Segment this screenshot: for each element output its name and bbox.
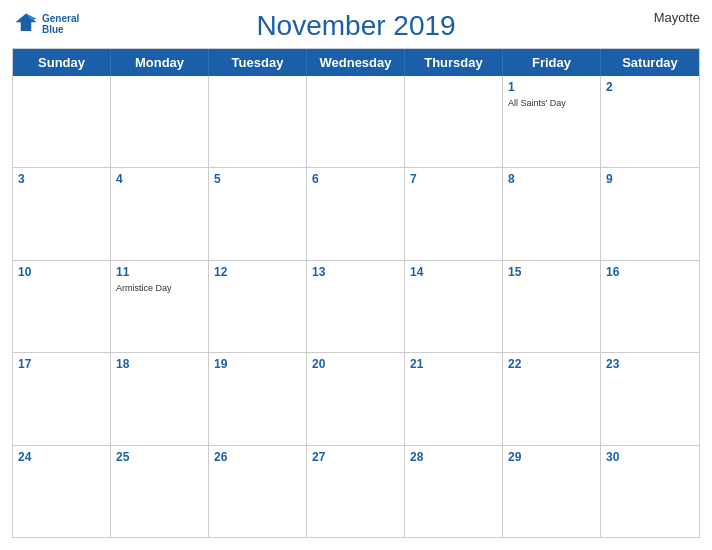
logo-icon [12,10,40,38]
day-number: 19 [214,356,301,373]
day-cell: 28 [405,446,503,537]
day-number: 29 [508,449,595,466]
day-number: 15 [508,264,595,281]
week-row-0: 1All Saints' Day2 [13,76,699,167]
day-cell: 26 [209,446,307,537]
day-number: 21 [410,356,497,373]
day-cell: 19 [209,353,307,444]
day-cell: 21 [405,353,503,444]
day-number: 17 [18,356,105,373]
day-cell: 24 [13,446,111,537]
header-monday: Monday [111,49,209,76]
day-number: 16 [606,264,694,281]
day-cell: 12 [209,261,307,352]
day-number: 8 [508,171,595,188]
day-cell: 23 [601,353,699,444]
day-number: 2 [606,79,694,96]
day-number: 18 [116,356,203,373]
day-number: 20 [312,356,399,373]
day-cell: 5 [209,168,307,259]
day-number: 26 [214,449,301,466]
day-cell: 22 [503,353,601,444]
day-number: 4 [116,171,203,188]
logo: General Blue [12,10,79,38]
day-number: 14 [410,264,497,281]
header-saturday: Saturday [601,49,699,76]
day-cell: 30 [601,446,699,537]
day-number: 6 [312,171,399,188]
logo-text: General Blue [42,13,79,35]
day-cell: 3 [13,168,111,259]
day-number: 5 [214,171,301,188]
day-cell: 14 [405,261,503,352]
day-cell: 13 [307,261,405,352]
day-number: 30 [606,449,694,466]
header-sunday: Sunday [13,49,111,76]
day-cell: 6 [307,168,405,259]
day-number: 23 [606,356,694,373]
day-cell [209,76,307,167]
day-number: 10 [18,264,105,281]
day-number: 9 [606,171,694,188]
week-row-4: 24252627282930 [13,445,699,537]
day-cell: 15 [503,261,601,352]
day-number: 25 [116,449,203,466]
header-wednesday: Wednesday [307,49,405,76]
calendar-container: General Blue November 2019 Mayotte Sunda… [0,0,712,550]
svg-marker-0 [16,14,37,32]
event-label: Armistice Day [116,283,203,295]
header-tuesday: Tuesday [209,49,307,76]
event-label: All Saints' Day [508,98,595,110]
week-row-3: 17181920212223 [13,352,699,444]
day-number: 13 [312,264,399,281]
day-number: 11 [116,264,203,281]
day-cell [405,76,503,167]
day-cell: 2 [601,76,699,167]
day-cell: 1All Saints' Day [503,76,601,167]
day-cell: 9 [601,168,699,259]
day-number: 27 [312,449,399,466]
header-friday: Friday [503,49,601,76]
calendar-grid: Sunday Monday Tuesday Wednesday Thursday… [12,48,700,538]
day-cell: 7 [405,168,503,259]
day-cell: 10 [13,261,111,352]
day-number: 1 [508,79,595,96]
day-cell [111,76,209,167]
day-number: 22 [508,356,595,373]
day-cell: 27 [307,446,405,537]
day-number: 3 [18,171,105,188]
region-label: Mayotte [654,10,700,25]
day-cell: 18 [111,353,209,444]
day-cell: 11Armistice Day [111,261,209,352]
day-cell [307,76,405,167]
day-cell: 29 [503,446,601,537]
weeks-container: 1All Saints' Day234567891011Armistice Da… [13,76,699,537]
day-cell: 20 [307,353,405,444]
day-cell: 16 [601,261,699,352]
day-number: 24 [18,449,105,466]
day-number: 7 [410,171,497,188]
day-cell: 17 [13,353,111,444]
header-thursday: Thursday [405,49,503,76]
day-cell: 4 [111,168,209,259]
calendar-header: General Blue November 2019 Mayotte [12,10,700,42]
day-number: 12 [214,264,301,281]
day-headers-row: Sunday Monday Tuesday Wednesday Thursday… [13,49,699,76]
day-cell: 25 [111,446,209,537]
day-cell [13,76,111,167]
day-cell: 8 [503,168,601,259]
day-number: 28 [410,449,497,466]
week-row-2: 1011Armistice Day1213141516 [13,260,699,352]
calendar-title: November 2019 [256,10,455,42]
week-row-1: 3456789 [13,167,699,259]
